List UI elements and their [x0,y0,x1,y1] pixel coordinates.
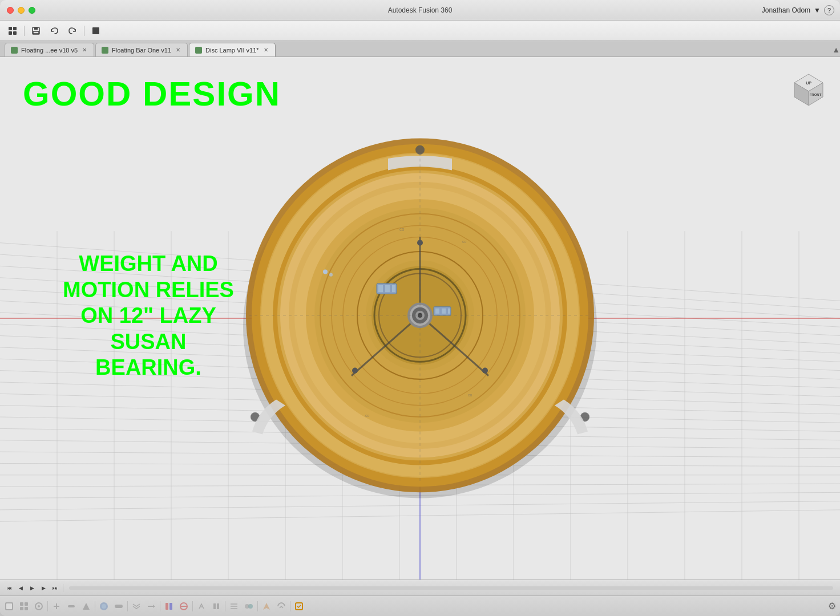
close-button[interactable] [7,7,14,14]
svg-point-118 [102,604,106,609]
bt-sep-1 [47,601,48,611]
bt-btn-13[interactable] [195,599,208,614]
svg-rect-3 [13,31,17,35]
bt-btn-5[interactable] [64,599,78,614]
bt-btn-7[interactable] [97,599,111,614]
bt-btn-11[interactable] [162,599,176,614]
main-toolbar [0,21,840,41]
traffic-lights [7,7,35,14]
svg-point-95 [329,273,333,277]
step-back-btn[interactable]: ◀ [16,583,25,593]
toolbar-sep-1 [24,26,25,36]
svg-point-130 [248,604,253,609]
svg-marker-121 [153,605,155,608]
svg-rect-5 [34,27,38,30]
svg-rect-91 [435,309,439,314]
svg-text:UP: UP [806,81,811,85]
maximize-button[interactable] [29,7,35,14]
settings-btn[interactable]: ⚙ [826,599,838,614]
timeline-track[interactable] [69,586,833,590]
bt-sep-3 [127,601,128,611]
tab-label-1: Floating ...ee v10 v5 [21,47,78,54]
redo-toolbar-btn[interactable] [64,23,80,38]
svg-rect-93 [448,309,450,314]
svg-text:co: co [365,414,369,418]
bt-btn-2[interactable] [17,599,31,614]
bt-btn-9[interactable] [130,599,143,614]
toolbar-sep-2 [84,26,84,36]
bt-btn-4[interactable] [50,599,63,614]
play-btn[interactable]: ▶ [27,583,37,593]
annotation-line1: WEIGHT AND [79,252,217,275]
annotation-line2: MOTION RELIES [63,278,234,302]
tab-icon-1 [11,47,18,54]
title-bar: Autodesk Fusion 360 Jonathan Odom ▼ ? [0,0,840,21]
tab-close-3[interactable]: ✕ [262,47,269,53]
bt-btn-10[interactable] [144,599,158,614]
svg-rect-92 [442,309,446,314]
annotation-line3: ON 12" LAZY SUSAN [80,303,216,354]
bt-btn-1[interactable] [2,599,16,614]
annotation-line4: BEARING. [95,355,201,379]
minimize-button[interactable] [18,7,25,14]
tab-disc-lamp[interactable]: Disc Lamp VII v11* ✕ [189,43,276,56]
bt-btn-3[interactable] [32,599,46,614]
settings-icon: ⚙ [828,601,836,611]
view-cube[interactable]: UP FRONT [789,68,829,108]
svg-text:co: co [462,240,466,244]
svg-rect-7 [92,27,99,34]
bt-btn-18[interactable] [274,599,288,614]
bt-btn-14[interactable] [209,599,223,614]
bt-btn-15[interactable] [227,599,241,614]
svg-rect-110 [25,602,28,606]
window-title: Autodesk Fusion 360 [388,6,453,14]
bt-btn-16[interactable] [242,599,256,614]
annotation-text: WEIGHT AND MOTION RELIES ON 12" LAZY SUS… [46,251,251,381]
svg-text:co: co [468,393,472,397]
user-name: Jonathan Odom [762,6,810,14]
svg-point-82 [352,368,358,374]
svg-marker-116 [83,603,90,610]
svg-rect-112 [25,607,28,610]
bt-sep-5 [192,601,193,611]
bt-sep-4 [160,601,160,611]
bt-sep-7 [257,601,258,611]
svg-rect-119 [115,605,123,608]
tab-icon-2 [102,47,108,54]
tabs-scroll-btn[interactable]: ▲ [832,45,840,54]
bt-btn-12[interactable] [177,599,191,614]
main-viewport[interactable]: co co co co GOOD DESIGN WEIGHT AND MOTIO… [0,57,840,579]
go-to-start-btn[interactable]: ⏮ [5,583,14,593]
save-toolbar-btn[interactable] [28,23,44,38]
tab-close-1[interactable]: ✕ [81,47,88,53]
svg-rect-115 [68,605,75,607]
good-design-label: GOOD DESIGN [23,74,281,114]
more-toolbar-btn[interactable] [88,23,104,38]
tab-floating-ee[interactable]: Floating ...ee v10 v5 ✕ [5,43,94,56]
grid-toolbar-btn[interactable] [5,23,21,38]
svg-rect-89 [392,285,395,292]
svg-text:FRONT: FRONT [810,93,822,96]
user-info: Jonathan Odom ▼ ? [756,0,840,21]
tab-label-3: Disc Lamp VII v11* [205,47,259,54]
bottom-toolbar: ⚙ [0,595,840,616]
step-forward-btn[interactable]: ▶ [39,583,48,593]
bt-btn-6[interactable] [79,599,93,614]
bt-sep-2 [95,601,95,611]
svg-rect-108 [6,603,12,609]
undo-toolbar-btn[interactable] [46,23,62,38]
help-button[interactable]: ? [824,5,834,15]
svg-point-94 [323,270,328,274]
svg-rect-6 [33,31,39,34]
bt-btn-17[interactable] [260,599,273,614]
go-to-end-btn[interactable]: ⏭ [50,583,59,593]
svg-text:co: co [399,227,405,232]
bt-btn-8[interactable] [112,599,126,614]
tab-close-2[interactable]: ✕ [175,47,181,53]
tab-floating-bar[interactable]: Floating Bar One v11 ✕ [95,43,188,56]
bt-btn-19[interactable] [292,599,306,614]
tab-label-2: Floating Bar One v11 [112,47,171,54]
svg-point-114 [38,605,40,607]
svg-rect-2 [9,31,12,35]
svg-rect-127 [213,603,216,609]
